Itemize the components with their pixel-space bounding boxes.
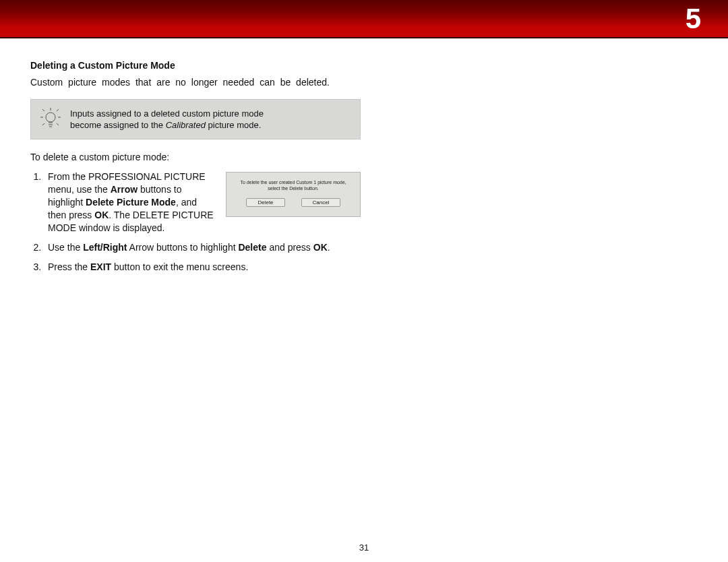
- intro-paragraph: Custom picture modes that are no longer …: [30, 76, 361, 88]
- dialog-buttons: Delete Cancel: [232, 198, 355, 207]
- tip-text: Inputs assigned to a deleted custom pict…: [70, 108, 264, 131]
- dialog-cancel-button[interactable]: Cancel: [301, 198, 340, 207]
- step-1: From the PROFESSIONAL PICTURE menu, use …: [44, 170, 361, 234]
- step-3: Press the EXIT button to exit the menu s…: [44, 261, 361, 274]
- tip-callout: Inputs assigned to a deleted custom pict…: [30, 99, 361, 139]
- step-1-text: From the PROFESSIONAL PICTURE menu, use …: [48, 170, 214, 234]
- left-column: Deleting a Custom Picture Mode Custom pi…: [30, 60, 361, 273]
- svg-line-4: [42, 109, 44, 111]
- dialog-delete-button[interactable]: Delete: [246, 198, 285, 207]
- page-number: 31: [0, 542, 728, 553]
- svg-line-6: [42, 123, 44, 125]
- header-band: 5: [0, 0, 728, 38]
- tip-calibrated: Calibrated: [166, 120, 206, 130]
- step-2: Use the Left/Right Arrow buttons to high…: [44, 241, 361, 254]
- tip-line2b: picture mode.: [206, 120, 261, 130]
- svg-point-0: [46, 113, 55, 122]
- svg-line-7: [57, 123, 59, 125]
- page-content: Deleting a Custom Picture Mode Custom pi…: [0, 38, 728, 273]
- tip-line1: Inputs assigned to a deleted custom pict…: [70, 108, 264, 119]
- dialog-message: To delete the user created Custom 1 pict…: [232, 179, 355, 191]
- lead-text: To delete a custom picture mode:: [30, 152, 361, 162]
- lightbulb-icon: [40, 106, 61, 132]
- chapter-number: 5: [686, 3, 701, 35]
- steps-list: From the PROFESSIONAL PICTURE menu, use …: [30, 170, 361, 273]
- svg-line-5: [57, 109, 59, 111]
- section-heading: Deleting a Custom Picture Mode: [30, 60, 361, 71]
- tip-line2a: become assigned to the: [70, 120, 166, 130]
- delete-picture-mode-dialog: To delete the user created Custom 1 pict…: [226, 172, 361, 217]
